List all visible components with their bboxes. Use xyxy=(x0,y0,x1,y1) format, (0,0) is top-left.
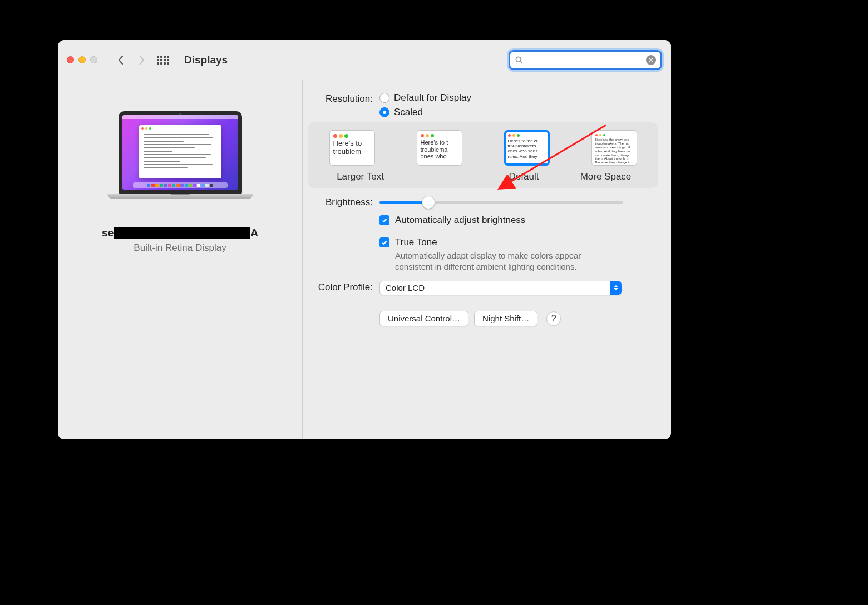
back-button[interactable] xyxy=(113,52,129,68)
svg-point-0 xyxy=(516,57,521,62)
laptop-preview-image xyxy=(107,111,253,207)
displays-preferences-window: Displays xyxy=(58,40,671,439)
checkbox-icon xyxy=(379,215,389,225)
close-icon xyxy=(649,58,653,62)
radio-icon xyxy=(379,93,389,103)
display-preview-sidebar: seA Built-in Retina Display xyxy=(58,80,303,439)
true-tone-checkbox[interactable]: True Tone Automatically adapt display to… xyxy=(379,237,658,273)
select-value: Color LCD xyxy=(386,283,425,292)
window-traffic-lights xyxy=(67,56,97,63)
color-profile-select[interactable]: Color LCD xyxy=(379,281,622,295)
scale-label-more-space: More Space xyxy=(565,171,647,182)
auto-brightness-checkbox[interactable]: Automatically adjust brightness xyxy=(379,215,658,226)
chevron-up-down-icon xyxy=(610,281,622,295)
resolution-default-radio[interactable]: Default for Display xyxy=(379,92,658,103)
checkbox-icon xyxy=(379,237,389,247)
slider-thumb-icon xyxy=(422,196,435,209)
scale-option-more-space[interactable]: Here's to the crazy one troublemakers. T… xyxy=(591,130,637,166)
display-settings-pane: Resolution: Default for Display Scaled xyxy=(303,80,671,439)
radio-label: Scaled xyxy=(394,107,423,118)
svg-line-1 xyxy=(520,61,522,63)
zoom-window-button[interactable] xyxy=(90,56,97,63)
show-all-preferences-button[interactable] xyxy=(155,52,171,68)
radio-icon xyxy=(379,107,389,117)
window-toolbar: Displays xyxy=(58,40,671,80)
brightness-slider[interactable] xyxy=(379,201,623,204)
help-button[interactable]: ? xyxy=(546,311,561,326)
forward-button[interactable] xyxy=(134,52,150,68)
scale-option-default[interactable]: Here's to the cr troublemakers. ones who… xyxy=(504,130,550,166)
search-field-wrap xyxy=(509,50,662,70)
search-input[interactable] xyxy=(527,55,643,65)
resolution-scaled-radio[interactable]: Scaled xyxy=(379,107,658,118)
search-icon xyxy=(515,56,524,65)
grid-icon xyxy=(157,56,169,65)
resolution-label: Resolution: xyxy=(307,92,379,105)
minimize-window-button[interactable] xyxy=(78,56,86,63)
window-title: Displays xyxy=(184,54,228,66)
scale-option-medium[interactable]: Here's to t troublema ones who xyxy=(417,130,462,166)
true-tone-description: Automatically adapt display to make colo… xyxy=(395,250,618,273)
resolution-row: Resolution: Default for Display Scaled xyxy=(307,92,658,188)
scale-option-larger-text[interactable]: Here's to troublem xyxy=(329,130,375,166)
universal-control-button[interactable]: Universal Control… xyxy=(379,311,468,326)
scale-label-larger-text: Larger Text xyxy=(319,171,401,182)
device-name: seA xyxy=(102,227,258,239)
night-shift-button[interactable]: Night Shift… xyxy=(474,311,537,326)
scale-label-default: Default xyxy=(483,171,565,182)
clear-search-button[interactable] xyxy=(646,55,656,65)
checkbox-label: True Tone xyxy=(395,237,618,248)
device-subtitle: Built-in Retina Display xyxy=(134,242,226,254)
resolution-scale-panel: Here's to troublem Here's to t troublema… xyxy=(308,122,658,188)
radio-label: Default for Display xyxy=(394,92,471,103)
bottom-button-row: Universal Control… Night Shift… ? xyxy=(379,311,658,326)
brightness-row: Brightness: Automatically adjust brightn… xyxy=(307,196,658,273)
checkbox-label: Automatically adjust brightness xyxy=(395,215,525,226)
color-profile-label: Color Profile: xyxy=(307,281,379,293)
close-window-button[interactable] xyxy=(67,56,74,63)
brightness-label: Brightness: xyxy=(307,196,379,208)
window-body: seA Built-in Retina Display Resolution: … xyxy=(58,80,671,439)
color-profile-row: Color Profile: Color LCD xyxy=(307,281,658,295)
